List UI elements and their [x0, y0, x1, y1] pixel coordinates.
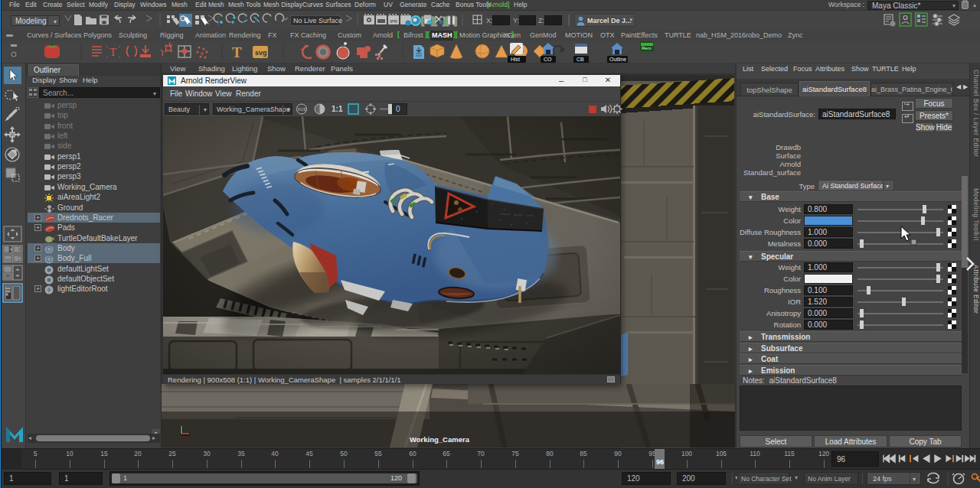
svg-text:Outline: Outline — [609, 57, 626, 62]
svg-text:IPR: IPR — [390, 19, 398, 24]
svg-text:CO: CO — [544, 57, 552, 62]
svg-text:1:1: 1:1 — [332, 105, 343, 113]
svg-text:T: T — [232, 44, 242, 60]
svg-text:Rem: Rem — [642, 46, 652, 50]
svg-text:T: T — [109, 46, 116, 58]
svg-text:[: [ — [421, 15, 424, 26]
svg-text:RGB: RGB — [298, 107, 307, 112]
svg-text:Hist: Hist — [511, 57, 520, 62]
svg-text:CB: CB — [577, 57, 584, 62]
svg-text:Working_Camera: Working_Camera — [410, 435, 470, 444]
svg-text:svg: svg — [255, 49, 267, 57]
